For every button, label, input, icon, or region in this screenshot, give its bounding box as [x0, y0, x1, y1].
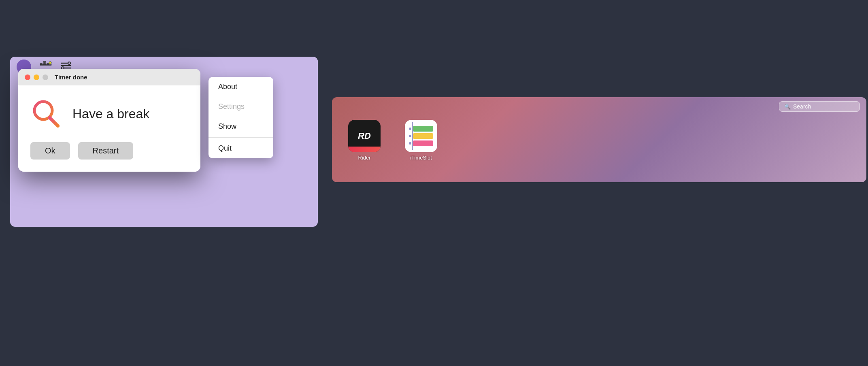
search-icon: 🔍	[784, 104, 791, 110]
itimeslot-label: iTimeSlot	[410, 155, 432, 161]
search-bar[interactable]: 🔍	[779, 101, 860, 112]
right-panel-toolbar: 🔍	[332, 97, 866, 116]
itimeslot-app-wrapper[interactable]: iTimeSlot	[405, 120, 437, 161]
timer-dialog-titlebar: Timer done	[18, 69, 200, 85]
ok-button[interactable]: Ok	[30, 142, 70, 160]
timer-dialog-title: Timer done	[55, 74, 87, 81]
search-input[interactable]	[793, 103, 855, 110]
fullscreen-button[interactable]	[43, 74, 48, 80]
dropdown-item-about[interactable]: About	[208, 77, 273, 97]
dropdown-divider	[208, 137, 273, 138]
break-message: Have a break	[72, 106, 149, 121]
svg-rect-2	[43, 61, 46, 63]
timer-buttons: Ok Restart	[30, 142, 133, 160]
svg-line-12	[50, 118, 58, 126]
itimeslot-dot-2	[409, 135, 411, 137]
timer-content-row: Have a break	[30, 98, 149, 130]
itimeslot-bar-green	[413, 126, 433, 132]
itimeslot-dot-1	[409, 128, 411, 130]
rider-stripe	[348, 147, 381, 152]
rider-label: Rider	[358, 155, 370, 161]
magnify-icon	[30, 98, 63, 130]
itimeslot-bar-pink	[413, 140, 433, 146]
icons-area: RD Rider iTim	[332, 116, 866, 165]
close-button[interactable]	[25, 74, 30, 80]
timer-dialog: Timer done Have a b	[18, 69, 200, 172]
dropdown-item-show[interactable]: Show	[208, 117, 273, 136]
timer-dialog-body: Have a break Ok Restart	[18, 85, 200, 172]
svg-point-9	[68, 62, 70, 64]
itimeslot-bar-yellow	[413, 133, 433, 139]
itimeslot-icon	[405, 120, 437, 152]
rider-app-wrapper[interactable]: RD Rider	[348, 120, 381, 161]
rider-icon-label: RD	[358, 131, 371, 141]
right-panel: 🔍 RD Rider	[332, 97, 866, 182]
rider-icon: RD	[348, 120, 381, 152]
dropdown-item-quit[interactable]: Quit	[208, 138, 273, 158]
minimize-button[interactable]	[34, 74, 39, 80]
dropdown-menu: About Settings Show Quit	[208, 77, 273, 158]
dropdown-item-settings: Settings	[208, 97, 273, 117]
restart-button[interactable]: Restart	[78, 142, 133, 160]
itimeslot-dot-3	[409, 142, 411, 145]
itimeslot-left-line	[412, 122, 413, 150]
